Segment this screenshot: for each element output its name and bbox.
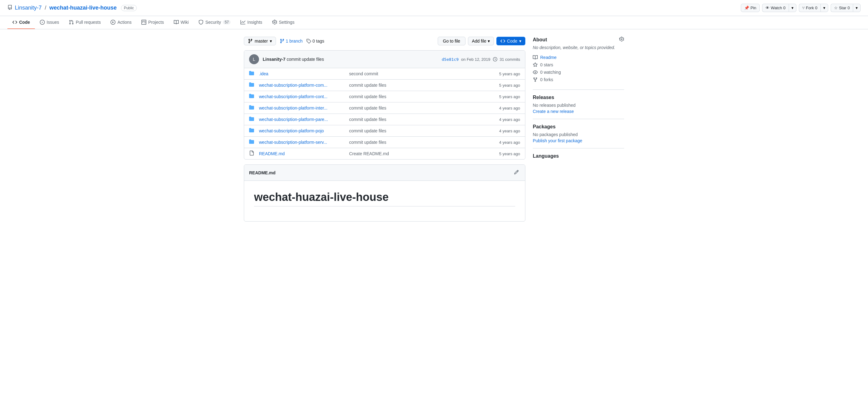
tab-pull-requests[interactable]: Pull requests [64,16,105,29]
file-time: 5 years ago [499,94,520,99]
branch-bar-left: master ▾ 1 branch 0 tags [244,37,324,45]
commit-hash[interactable]: d5e81c9 [442,57,459,62]
tab-security[interactable]: Security 57 [193,16,236,29]
file-row: wechat-subscription-platform-pojo commit… [244,125,525,137]
file-row: .idea second commit 5 years ago [244,68,525,80]
branch-count-link[interactable]: 1 branch [286,38,303,43]
file-time: 4 years ago [499,117,520,122]
fork-count: 0 [815,5,817,10]
file-browser: master ▾ 1 branch 0 tags Go to file Add … [244,37,525,222]
folder-icon [249,139,255,145]
folder-icon [249,105,255,111]
folder-icon [249,128,255,134]
tab-code[interactable]: Code [7,16,35,29]
languages-title: Languages [533,153,624,159]
security-badge: 57 [223,20,230,24]
tab-actions[interactable]: Actions [105,16,136,29]
repo-name[interactable]: wechat-huazai-live-house [50,5,117,11]
create-release-link[interactable]: Create a new release [533,109,574,114]
header-right: 📌 Pin 👁 Watch 0 ▾ ⑂ Fork 0 ▾ ☆ Star 0 [741,4,861,12]
tab-actions-label: Actions [117,20,131,25]
file-row: wechat-subscription-platform-serv... com… [244,137,525,148]
tab-pr-label: Pull requests [75,20,101,25]
star-group: ☆ Star 0 ▾ [831,4,861,12]
file-name[interactable]: wechat-subscription-platform-pare... [259,117,345,122]
pin-icon: 📌 [744,5,749,10]
file-time: 5 years ago [499,83,520,88]
nav-tabs: Code Issues Pull requests Actions Projec… [0,16,868,29]
file-name[interactable]: wechat-subscription-platform-inter... [259,105,345,110]
watch-group: 👁 Watch 0 ▾ [762,4,796,12]
branch-name: master [255,38,268,43]
folder-icon [249,71,255,77]
repo-separator: / [45,5,46,11]
tab-settings[interactable]: Settings [267,16,300,29]
pin-button[interactable]: 📌 Pin [741,4,760,12]
code-button-label: Code [507,38,517,43]
file-message: commit update files [349,140,495,145]
watch-icon: 👁 [766,5,770,10]
packages-title: Packages [533,124,624,130]
readme-heading: wechat-huazai-live-house [254,191,515,207]
visibility-badge: Public [121,5,137,11]
commit-count-link[interactable]: 31 commits [500,57,520,62]
star-dropdown[interactable]: ▾ [853,4,861,12]
commit-author: Linsanity-7 [263,57,285,62]
file-table: L Linsanity-7 commit update files d5e81c… [244,50,525,160]
branch-bar: master ▾ 1 branch 0 tags Go to file Add … [244,37,525,45]
fork-button[interactable]: ⑂ Fork 0 [799,4,820,12]
repo-owner[interactable]: Linsanity-7 [15,5,42,11]
branch-count: 1 branch [280,38,303,43]
edit-readme-button[interactable] [513,168,520,177]
about-settings-button[interactable] [619,37,624,42]
watch-button[interactable]: 👁 Watch 0 [762,4,789,12]
tab-issues-label: Issues [46,20,59,25]
watch-label: Watch [771,5,782,10]
file-row: wechat-subscription-platform-pare... com… [244,114,525,125]
code-button-group: Code ▾ [496,37,525,45]
file-name[interactable]: .idea [259,71,345,76]
about-section: About No description, website, or topics… [533,37,624,82]
tab-wiki[interactable]: Wiki [169,16,193,29]
file-name[interactable]: README.md [259,151,345,156]
fork-dropdown[interactable]: ▾ [820,4,828,12]
commit-message-text: commit update files [287,57,324,62]
tab-security-label: Security [205,20,221,25]
folder-icon [249,94,255,100]
stars-value: 0 stars [540,62,553,67]
about-desc: No description, website, or topics provi… [533,45,624,50]
file-time: 4 years ago [499,129,520,133]
tab-insights[interactable]: Insights [236,16,267,29]
svg-text:L: L [253,57,255,62]
file-name[interactable]: wechat-subscription-platform-serv... [259,140,345,145]
code-button[interactable]: Code ▾ [496,37,525,45]
go-to-file-button[interactable]: Go to file [438,37,465,45]
folder-icon [249,82,255,88]
publish-package-link[interactable]: Publish your first package [533,138,582,143]
file-row: README.md Create README.md 5 years ago [244,148,525,159]
fork-icon: ⑂ [802,5,805,10]
branch-selector[interactable]: master ▾ [244,37,276,45]
file-message: second commit [349,71,495,76]
watching-link: 0 watching [533,70,624,75]
tab-issues[interactable]: Issues [35,16,64,29]
file-time: 4 years ago [499,140,520,145]
add-file-button[interactable]: Add file ▾ [468,37,494,45]
file-time: 4 years ago [499,106,520,110]
readme-title: README.md [249,170,276,175]
forks-value: 0 forks [540,77,553,82]
repo-icon [7,5,12,11]
watch-dropdown[interactable]: ▾ [789,4,796,12]
tab-projects-label: Projects [148,20,164,25]
readme-box: README.md wechat-huazai-live-house [244,164,525,222]
tab-projects[interactable]: Projects [136,16,169,29]
file-name[interactable]: wechat-subscription-platform-com... [259,83,345,88]
file-name[interactable]: wechat-subscription-platform-cont... [259,94,345,99]
commit-row: L Linsanity-7 commit update files d5e81c… [244,51,525,68]
sidebar-divider-2 [533,119,624,119]
star-button[interactable]: ☆ Star 0 [831,4,853,12]
readme-anchor[interactable]: Readme [540,55,557,60]
languages-section: Languages [533,153,624,159]
file-name[interactable]: wechat-subscription-platform-pojo [259,128,345,133]
star-count: 0 [848,5,850,10]
